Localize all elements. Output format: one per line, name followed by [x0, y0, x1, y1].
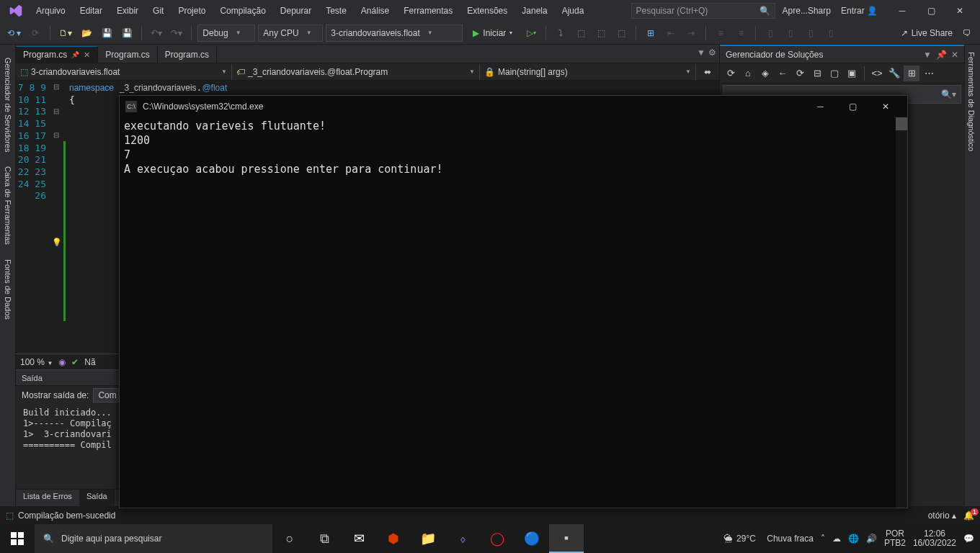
- console-minimize-button[interactable]: ─: [804, 96, 837, 117]
- undo-button[interactable]: ↶▾: [148, 24, 165, 42]
- tray-clock[interactable]: 12:0616/03/2022: [913, 529, 956, 548]
- sol-home-button[interactable]: ⟳: [723, 66, 739, 81]
- tab-program-cs-2[interactable]: Program.cs: [98, 47, 157, 63]
- start-debug-button[interactable]: ▶Iniciar▾: [466, 24, 520, 42]
- taskbar-search-input[interactable]: 🔍Digite aqui para pesquisar: [35, 524, 272, 553]
- panel-pin-button[interactable]: 📌: [936, 50, 947, 60]
- status-bell-icon[interactable]: 🔔1: [963, 511, 974, 521]
- console-titlebar[interactable]: C:\ C:\Windows\system32\cmd.exe ─ ▢ ✕: [120, 96, 907, 117]
- redo-button[interactable]: ↷▾: [168, 24, 185, 42]
- feedback-button[interactable]: 🗨: [958, 24, 976, 42]
- tray-onedrive-icon[interactable]: ☁: [832, 534, 841, 544]
- bookmark-prev-button[interactable]: ▯: [782, 24, 799, 42]
- back-nav-button[interactable]: ⟲ ▾: [4, 24, 24, 42]
- uncomment-button[interactable]: ≡: [732, 24, 749, 42]
- console-window[interactable]: C:\ C:\Windows\system32\cmd.exe ─ ▢ ✕ ex…: [119, 95, 908, 508]
- weather-widget[interactable]: 🌦29°C Chuva fraca: [723, 534, 814, 544]
- tab-program-cs-1[interactable]: Program.cs📌✕: [16, 46, 98, 63]
- indent-less-button[interactable]: ⇤: [662, 24, 680, 42]
- start-nodebug-button[interactable]: ▷ ▾: [522, 24, 540, 42]
- toolbox-button[interactable]: ⊞: [642, 24, 659, 42]
- opera-icon[interactable]: ◯: [480, 524, 514, 553]
- bookmark-button[interactable]: ▯: [762, 24, 779, 42]
- new-project-button[interactable]: 🗋▾: [56, 24, 75, 42]
- panel-dropdown-button[interactable]: ▼: [923, 50, 932, 60]
- fold-column[interactable]: ⊟ ⊟ ⊟: [52, 81, 63, 354]
- taskview-icon[interactable]: ⧉: [307, 524, 342, 553]
- startup-project-combo[interactable]: 3-criandovariaveis.float▼: [326, 24, 463, 42]
- indent-more-button[interactable]: ⇥: [682, 24, 700, 42]
- status-repo[interactable]: otório ▴: [928, 511, 956, 521]
- zoom-combo[interactable]: 100 % ▼: [20, 357, 53, 367]
- close-button[interactable]: ✕: [945, 0, 974, 22]
- rail-diagnostics[interactable]: Ferramentas de Diagnóstico: [965, 45, 978, 158]
- sol-sync-button[interactable]: ◈: [757, 66, 773, 81]
- sol-refresh-button[interactable]: ⟳: [792, 66, 808, 81]
- cmd-taskbar-icon[interactable]: ▪: [549, 524, 584, 553]
- console-close-button[interactable]: ✕: [869, 96, 901, 117]
- sol-view-button[interactable]: ⊞: [904, 66, 919, 81]
- bookmark-next-button[interactable]: ▯: [802, 24, 819, 42]
- menu-exibir[interactable]: Exibir: [110, 2, 146, 19]
- sol-back-button[interactable]: ←: [775, 66, 790, 81]
- tab-settings-button[interactable]: ⚙: [708, 48, 716, 58]
- comment-button[interactable]: ≡: [712, 24, 729, 42]
- liveshare-button[interactable]: ↗Live Share: [898, 24, 956, 42]
- nav-project-combo[interactable]: ⬚3-criandovariaveis.float▼: [16, 64, 232, 80]
- nav-class-combo[interactable]: 🏷_3_criandovariaveis.@float.Program▼: [232, 64, 480, 80]
- platform-combo[interactable]: Any CPU▼: [258, 24, 323, 42]
- tray-network-icon[interactable]: 🌐: [848, 534, 859, 544]
- console-maximize-button[interactable]: ▢: [837, 96, 869, 117]
- lightbulb-icon[interactable]: 💡: [52, 238, 62, 247]
- tab-error-list[interactable]: Lista de Erros: [16, 490, 79, 506]
- pin-icon[interactable]: 📌: [71, 51, 79, 58]
- sol-prop-button[interactable]: 🔧: [886, 66, 902, 81]
- step-button[interactable]: ⬚: [612, 24, 630, 42]
- menu-teste[interactable]: Teste: [318, 2, 354, 19]
- explorer-icon[interactable]: 📁: [411, 524, 445, 553]
- split-button[interactable]: ⬌: [699, 63, 716, 81]
- signin-button[interactable]: Entrar 👤: [841, 6, 878, 16]
- menu-editar[interactable]: Editar: [73, 2, 110, 19]
- rail-data-sources[interactable]: Fontes de Dados: [1, 252, 14, 327]
- console-scrollbar[interactable]: [896, 117, 907, 508]
- minimize-button[interactable]: ─: [888, 0, 917, 22]
- step-into-button[interactable]: ⬚: [572, 24, 589, 42]
- menu-arquivo[interactable]: Arquivo: [29, 2, 73, 19]
- rail-server-explorer[interactable]: Gerenciador de Servidores: [1, 50, 14, 159]
- start-button[interactable]: [0, 524, 35, 553]
- tray-chevron-icon[interactable]: ˄: [821, 534, 825, 544]
- tray-volume-icon[interactable]: 🔊: [866, 534, 877, 544]
- rail-toolbox[interactable]: Caixa de Ferramentas: [1, 159, 14, 252]
- menu-ajuda[interactable]: Ajuda: [555, 2, 592, 19]
- health-indicator[interactable]: ◉: [58, 357, 66, 367]
- sol-show-button[interactable]: ▢: [827, 66, 842, 81]
- save-button[interactable]: 💾: [98, 24, 115, 42]
- step-out-button[interactable]: ⬚: [592, 24, 610, 42]
- save-all-button[interactable]: 💾: [118, 24, 135, 42]
- cortana-icon[interactable]: ○: [272, 524, 307, 553]
- sol-show2-button[interactable]: ▣: [844, 66, 860, 81]
- close-icon[interactable]: ✕: [84, 50, 90, 60]
- bookmark-clear-button[interactable]: ▯: [822, 24, 839, 42]
- step-over-button[interactable]: ⤵: [552, 24, 569, 42]
- fwd-nav-button[interactable]: ⟳: [27, 24, 44, 42]
- office-icon[interactable]: ⬢: [376, 524, 411, 553]
- menu-ferramentas[interactable]: Ferramentas: [396, 2, 460, 19]
- tray-language[interactable]: PORPTB2: [884, 529, 906, 548]
- config-combo[interactable]: Debug▼: [197, 24, 255, 42]
- sol-code-button[interactable]: <>: [869, 66, 885, 81]
- open-button[interactable]: 📂: [78, 24, 95, 42]
- vs-taskbar-icon[interactable]: ⬨: [445, 524, 480, 553]
- promo-label[interactable]: Apre...Sharp: [783, 6, 831, 16]
- console-output[interactable]: executando varieveis flutuante! 1200 7 A…: [120, 117, 907, 178]
- app-icon[interactable]: 🔵: [514, 524, 549, 553]
- tray-notifications-icon[interactable]: 💬: [963, 534, 974, 544]
- nav-member-combo[interactable]: 🔒Main(string[] args)▼: [480, 64, 696, 80]
- menu-extensoes[interactable]: Extensões: [460, 2, 514, 19]
- menu-depurar[interactable]: Depurar: [273, 2, 318, 19]
- menu-janela[interactable]: Janela: [514, 2, 554, 19]
- sol-more-button[interactable]: ⋯: [921, 66, 937, 81]
- maximize-button[interactable]: ▢: [917, 0, 945, 22]
- menu-analise[interactable]: Análise: [354, 2, 396, 19]
